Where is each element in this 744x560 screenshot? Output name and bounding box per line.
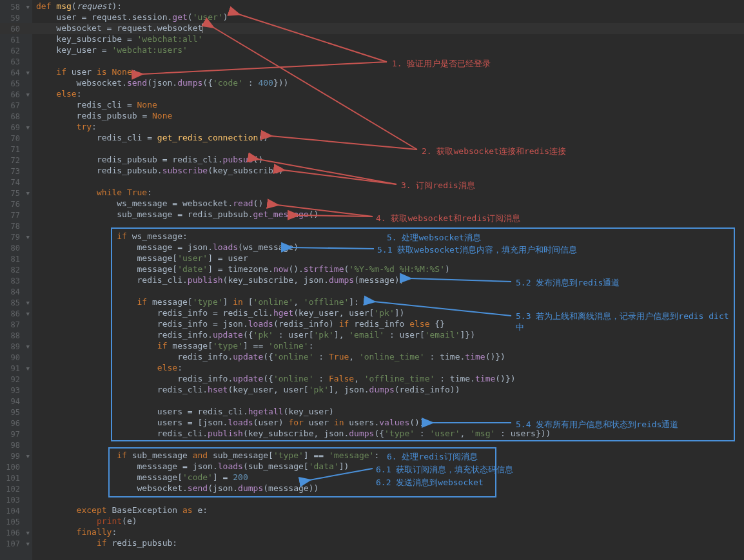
code-line[interactable]: redis_info.update({'online' : True, 'onl…: [32, 352, 744, 363]
code-line[interactable]: [32, 439, 744, 450]
line-number: 96: [0, 418, 32, 429]
code-line[interactable]: [32, 56, 744, 67]
fold-marker-icon[interactable]: ▼: [22, 311, 30, 317]
line-number: 67: [0, 100, 32, 111]
line-number: 102: [0, 483, 32, 494]
code-line[interactable]: while True:: [32, 188, 744, 198]
fold-marker-icon[interactable]: ▼: [22, 4, 30, 10]
code-line[interactable]: redis_pubsub.subscribe(key_subscribe): [32, 166, 744, 177]
code-line[interactable]: ws_message = websocket.read(): [32, 198, 744, 209]
code-line[interactable]: websocket.send(json.dumps({'code' : 400}…: [32, 78, 744, 89]
code-line[interactable]: [32, 144, 744, 155]
code-line[interactable]: redis_cli.publish(key_subscribe, json.du…: [32, 429, 744, 439]
code-line[interactable]: [32, 220, 744, 231]
line-number: 106▼: [0, 527, 32, 538]
code-line[interactable]: redis_pubsub = None: [32, 111, 744, 122]
code-line[interactable]: if redis_pubsub:: [32, 538, 744, 549]
line-number: 89▼: [0, 341, 32, 352]
line-number: 78: [0, 220, 32, 231]
code-line[interactable]: [32, 177, 744, 188]
code-line[interactable]: else:: [32, 89, 744, 100]
code-line[interactable]: messsage['code'] = 200: [32, 472, 744, 483]
line-number: 65: [0, 78, 32, 89]
code-line[interactable]: key_subscribe = 'webchat:all': [32, 34, 744, 45]
fold-marker-icon[interactable]: ▼: [22, 190, 30, 197]
line-number: 59: [0, 12, 32, 23]
line-number: 103: [0, 494, 32, 505]
code-line[interactable]: [32, 494, 744, 505]
code-line[interactable]: redis_cli.publish(key_subscribe, json.du…: [32, 275, 744, 286]
fold-marker-icon[interactable]: ▼: [22, 92, 30, 98]
code-editor[interactable]: 58▼59 60 61 62 63 64▼65 66▼67 68 69▼70 7…: [0, 0, 744, 560]
code-line[interactable]: users = [json.loads(user) for user in us…: [32, 418, 744, 429]
code-line[interactable]: [32, 396, 744, 407]
line-number: 63: [0, 56, 32, 67]
code-line[interactable]: except BaseException as e:: [32, 505, 744, 516]
code-line[interactable]: redis_info.update({'online' : False, 'of…: [32, 374, 744, 385]
line-number: 85▼: [0, 297, 32, 308]
code-line[interactable]: messsage = json.loads(sub_message['data'…: [32, 461, 744, 472]
code-area[interactable]: def msg(request): user = request.session…: [32, 0, 744, 560]
line-number: 105: [0, 516, 32, 527]
line-number: 73: [0, 166, 32, 177]
fold-marker-icon[interactable]: ▼: [22, 541, 30, 547]
line-number: 80: [0, 242, 32, 253]
line-number: 71: [0, 144, 32, 155]
code-line[interactable]: def msg(request):: [32, 1, 744, 12]
line-number: 62: [0, 45, 32, 56]
code-line[interactable]: redis_cli = None: [32, 100, 744, 111]
line-number: 92: [0, 374, 32, 385]
line-number: 93: [0, 385, 32, 396]
line-number: 69▼: [0, 122, 32, 133]
code-line[interactable]: message['user'] = user: [32, 253, 744, 264]
code-line[interactable]: user = request.session.get('user'): [32, 12, 744, 23]
code-line[interactable]: redis_info.update({'pk' : user['pk'], 'e…: [32, 330, 744, 341]
code-line[interactable]: websocket = request.websocket: [32, 23, 744, 34]
fold-marker-icon[interactable]: ▼: [22, 124, 30, 131]
line-number: 60: [0, 23, 32, 34]
line-number: 58▼: [0, 1, 32, 12]
fold-marker-icon[interactable]: ▼: [22, 234, 30, 240]
code-line[interactable]: redis_pubsub = redis_cli.pubsub(): [32, 155, 744, 166]
line-number: 86▼: [0, 308, 32, 319]
line-number: 68: [0, 111, 32, 122]
line-number: 88: [0, 330, 32, 341]
line-number: 77: [0, 209, 32, 220]
code-line[interactable]: redis_info = redis_cli.hget(key_user, us…: [32, 308, 744, 319]
code-line[interactable]: else:: [32, 363, 744, 374]
fold-marker-icon[interactable]: ▼: [22, 453, 30, 459]
code-line[interactable]: message = json.loads(ws_message): [32, 242, 744, 253]
code-line[interactable]: redis_cli.hset(key_user, user['pk'], jso…: [32, 385, 744, 396]
line-number: 87: [0, 319, 32, 330]
fold-marker-icon[interactable]: ▼: [22, 530, 30, 536]
line-number: 100: [0, 461, 32, 472]
fold-marker-icon[interactable]: ▼: [22, 365, 30, 372]
fold-marker-icon[interactable]: ▼: [22, 300, 30, 306]
code-line[interactable]: print(e): [32, 516, 744, 527]
line-number: 95: [0, 407, 32, 418]
code-line[interactable]: if sub_message and sub_message['type'] =…: [32, 450, 744, 461]
line-number: 75▼: [0, 188, 32, 198]
line-number: 83: [0, 275, 32, 286]
code-line[interactable]: finally:: [32, 527, 744, 538]
line-number: 107▼: [0, 538, 32, 549]
code-line[interactable]: if message['type'] in ['online', 'offlin…: [32, 297, 744, 308]
code-line[interactable]: [32, 286, 744, 297]
code-line[interactable]: message['date'] = timezone.now().strftim…: [32, 264, 744, 275]
code-line[interactable]: users = redis_cli.hgetall(key_user): [32, 407, 744, 418]
fold-marker-icon[interactable]: ▼: [22, 343, 30, 350]
code-line[interactable]: try:: [32, 122, 744, 133]
line-number: 79▼: [0, 231, 32, 242]
code-line[interactable]: sub_message = redis_pubsub.get_message(): [32, 209, 744, 220]
code-line[interactable]: redis_info = json.loads(redis_info) if r…: [32, 319, 744, 330]
code-line[interactable]: if message['type'] == 'online':: [32, 341, 744, 352]
line-number: 70: [0, 133, 32, 144]
code-line[interactable]: websocket.send(json.dumps(messsage)): [32, 483, 744, 494]
line-number: 90: [0, 352, 32, 363]
code-line[interactable]: if user is None:: [32, 67, 744, 78]
line-number: 99▼: [0, 450, 32, 461]
code-line[interactable]: if ws_message:: [32, 231, 744, 242]
code-line[interactable]: key_user = 'webchat:users': [32, 45, 744, 56]
fold-marker-icon[interactable]: ▼: [22, 70, 30, 76]
code-line[interactable]: redis_cli = get_redis_connection(): [32, 133, 744, 144]
